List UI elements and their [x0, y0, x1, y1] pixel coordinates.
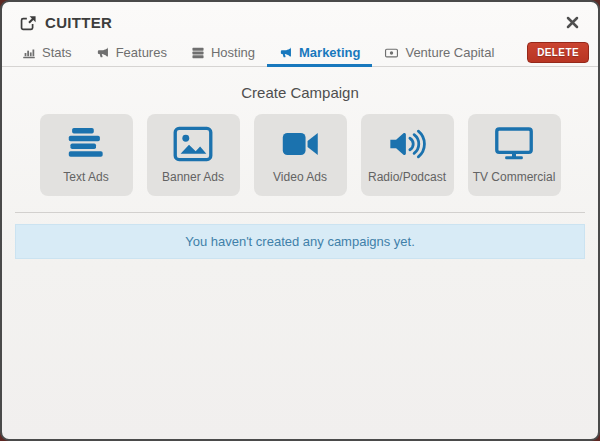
- text-lines-icon: [66, 126, 106, 162]
- tab-label: Venture Capital: [405, 45, 494, 60]
- tab-label: Hosting: [211, 45, 255, 60]
- title-wrap: CUITTER: [20, 14, 112, 31]
- share-icon: [20, 15, 37, 31]
- image-icon: [173, 126, 213, 162]
- modal-header: CUITTER: [2, 2, 598, 36]
- page-title: CUITTER: [45, 14, 112, 31]
- tab-features[interactable]: Features: [84, 39, 179, 67]
- tab-stats[interactable]: Stats: [10, 39, 84, 67]
- bar-chart-icon: [22, 46, 36, 60]
- tab-hosting[interactable]: Hosting: [179, 39, 267, 67]
- tab-venture-capital[interactable]: Venture Capital: [372, 39, 506, 67]
- campaign-card-radio-podcast[interactable]: Radio/Podcast: [361, 114, 454, 196]
- campaign-card-text-ads[interactable]: Text Ads: [40, 114, 133, 196]
- card-label: TV Commercial: [473, 170, 556, 184]
- tab-bar: Stats Features Hosting: [2, 39, 598, 67]
- speaker-icon: [387, 126, 427, 162]
- empty-campaigns-message: You haven't created any campaigns yet.: [15, 224, 585, 259]
- campaign-type-row: Text Ads Banner Ads Video Ads: [2, 114, 598, 196]
- card-label: Radio/Podcast: [368, 170, 446, 184]
- tab-label: Features: [116, 45, 167, 60]
- cuitter-modal: CUITTER Stats: [0, 0, 600, 441]
- section-heading: Create Campaign: [2, 84, 598, 101]
- money-bill-icon: [384, 46, 399, 60]
- bullhorn-icon: [96, 46, 110, 60]
- tab-label: Stats: [42, 45, 72, 60]
- close-icon[interactable]: [563, 13, 582, 32]
- delete-button[interactable]: DELETE: [527, 42, 589, 63]
- bullhorn-icon: [279, 46, 293, 60]
- campaign-card-banner-ads[interactable]: Banner Ads: [147, 114, 240, 196]
- card-label: Video Ads: [273, 170, 327, 184]
- server-icon: [191, 46, 205, 60]
- tab-marketing[interactable]: Marketing: [267, 39, 372, 67]
- card-label: Text Ads: [63, 170, 108, 184]
- divider: [15, 212, 585, 213]
- campaign-card-tv-commercial[interactable]: TV Commercial: [468, 114, 561, 196]
- tv-icon: [494, 126, 534, 162]
- tab-label: Marketing: [299, 45, 360, 60]
- campaign-card-video-ads[interactable]: Video Ads: [254, 114, 347, 196]
- video-camera-icon: [280, 126, 320, 162]
- card-label: Banner Ads: [162, 170, 224, 184]
